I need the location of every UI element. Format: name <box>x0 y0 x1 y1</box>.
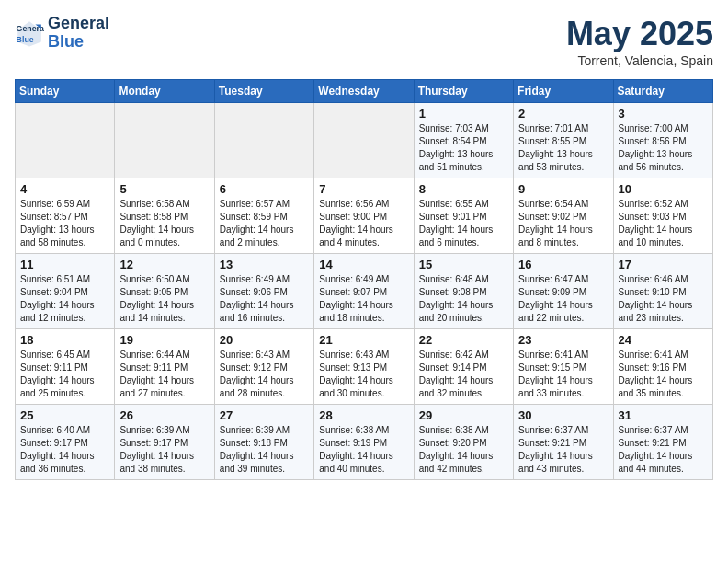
calendar-cell: 6Sunrise: 6:57 AMSunset: 8:59 PMDaylight… <box>214 178 313 254</box>
cell-sun-info: Sunrise: 6:42 AMSunset: 9:14 PMDaylight:… <box>419 349 508 400</box>
cell-sun-info: Sunrise: 6:38 AMSunset: 9:20 PMDaylight:… <box>419 424 508 476</box>
cell-sun-info: Sunrise: 6:55 AMSunset: 9:01 PMDaylight:… <box>419 198 508 249</box>
logo: General Blue General Blue <box>15 15 109 52</box>
cell-sun-info: Sunrise: 6:37 AMSunset: 9:21 PMDaylight:… <box>518 424 608 476</box>
day-number: 4 <box>20 182 109 196</box>
cell-sun-info: Sunrise: 6:51 AMSunset: 9:04 PMDaylight:… <box>20 273 109 325</box>
logo-icon: General Blue <box>15 18 44 48</box>
day-number: 27 <box>220 408 309 422</box>
day-number: 12 <box>119 258 209 271</box>
cell-sun-info: Sunrise: 6:37 AMSunset: 9:21 PMDaylight:… <box>619 424 708 476</box>
day-number: 19 <box>119 333 209 347</box>
cell-sun-info: Sunrise: 6:39 AMSunset: 9:18 PMDaylight:… <box>220 424 309 476</box>
calendar-cell: 20Sunrise: 6:43 AMSunset: 9:12 PMDayligh… <box>214 329 313 405</box>
day-number: 24 <box>619 333 708 347</box>
day-of-week-header: Monday <box>115 80 214 103</box>
cell-sun-info: Sunrise: 6:57 AMSunset: 8:59 PMDaylight:… <box>220 198 309 249</box>
day-of-week-header: Wednesday <box>314 80 414 103</box>
cell-sun-info: Sunrise: 6:45 AMSunset: 9:11 PMDaylight:… <box>20 349 109 400</box>
calendar-cell: 18Sunrise: 6:45 AMSunset: 9:11 PMDayligh… <box>16 329 115 405</box>
day-number: 14 <box>319 258 408 271</box>
calendar-cell: 23Sunrise: 6:41 AMSunset: 9:15 PMDayligh… <box>514 329 613 405</box>
cell-sun-info: Sunrise: 6:49 AMSunset: 9:06 PMDaylight:… <box>220 273 309 325</box>
calendar-cell: 13Sunrise: 6:49 AMSunset: 9:06 PMDayligh… <box>214 254 313 329</box>
day-of-week-header: Saturday <box>613 80 712 103</box>
calendar-cell: 30Sunrise: 6:37 AMSunset: 9:21 PMDayligh… <box>514 405 613 480</box>
day-number: 15 <box>419 258 508 271</box>
cell-sun-info: Sunrise: 6:43 AMSunset: 9:13 PMDaylight:… <box>319 349 408 400</box>
cell-sun-info: Sunrise: 6:58 AMSunset: 8:58 PMDaylight:… <box>119 198 209 249</box>
cell-sun-info: Sunrise: 6:54 AMSunset: 9:02 PMDaylight:… <box>518 198 608 249</box>
svg-text:Blue: Blue <box>17 34 34 43</box>
calendar-cell: 7Sunrise: 6:56 AMSunset: 9:00 PMDaylight… <box>314 178 414 254</box>
calendar-cell: 15Sunrise: 6:48 AMSunset: 9:08 PMDayligh… <box>414 254 513 329</box>
cell-sun-info: Sunrise: 7:01 AMSunset: 8:55 PMDaylight:… <box>518 122 608 174</box>
day-number: 29 <box>419 408 508 422</box>
cell-sun-info: Sunrise: 6:50 AMSunset: 9:05 PMDaylight:… <box>119 273 209 325</box>
calendar-cell: 26Sunrise: 6:39 AMSunset: 9:17 PMDayligh… <box>115 405 214 480</box>
cell-sun-info: Sunrise: 6:47 AMSunset: 9:09 PMDaylight:… <box>518 273 608 325</box>
day-number: 23 <box>518 333 608 347</box>
day-number: 31 <box>619 408 708 422</box>
location: Torrent, Valencia, Spain <box>566 53 713 68</box>
title-area: May 2025 Torrent, Valencia, Spain <box>566 15 713 68</box>
day-number: 7 <box>319 182 408 196</box>
calendar-cell <box>115 103 214 178</box>
day-number: 26 <box>119 408 209 422</box>
logo-text: General Blue <box>48 15 109 52</box>
calendar-cell: 14Sunrise: 6:49 AMSunset: 9:07 PMDayligh… <box>314 254 414 329</box>
calendar-cell <box>214 103 313 178</box>
day-number: 3 <box>619 107 708 121</box>
day-of-week-header: Friday <box>514 80 613 103</box>
day-number: 30 <box>518 408 608 422</box>
calendar-cell: 21Sunrise: 6:43 AMSunset: 9:13 PMDayligh… <box>314 329 414 405</box>
calendar-cell: 8Sunrise: 6:55 AMSunset: 9:01 PMDaylight… <box>414 178 513 254</box>
calendar-cell: 22Sunrise: 6:42 AMSunset: 9:14 PMDayligh… <box>414 329 513 405</box>
day-of-week-header: Sunday <box>16 80 115 103</box>
day-of-week-header: Tuesday <box>214 80 313 103</box>
calendar-cell: 24Sunrise: 6:41 AMSunset: 9:16 PMDayligh… <box>613 329 712 405</box>
cell-sun-info: Sunrise: 6:52 AMSunset: 9:03 PMDaylight:… <box>619 198 708 249</box>
day-number: 5 <box>119 182 209 196</box>
day-number: 20 <box>220 333 309 347</box>
cell-sun-info: Sunrise: 6:48 AMSunset: 9:08 PMDaylight:… <box>419 273 508 325</box>
cell-sun-info: Sunrise: 6:41 AMSunset: 9:16 PMDaylight:… <box>619 349 708 400</box>
calendar-cell: 10Sunrise: 6:52 AMSunset: 9:03 PMDayligh… <box>613 178 712 254</box>
day-number: 22 <box>419 333 508 347</box>
day-number: 25 <box>20 408 109 422</box>
cell-sun-info: Sunrise: 6:38 AMSunset: 9:19 PMDaylight:… <box>319 424 408 476</box>
calendar-cell <box>16 103 115 178</box>
day-of-week-header: Thursday <box>414 80 513 103</box>
calendar-cell: 5Sunrise: 6:58 AMSunset: 8:58 PMDaylight… <box>115 178 214 254</box>
cell-sun-info: Sunrise: 6:59 AMSunset: 8:57 PMDaylight:… <box>20 198 109 249</box>
cell-sun-info: Sunrise: 6:44 AMSunset: 9:11 PMDaylight:… <box>119 349 209 400</box>
calendar-cell: 16Sunrise: 6:47 AMSunset: 9:09 PMDayligh… <box>514 254 613 329</box>
day-number: 8 <box>419 182 508 196</box>
cell-sun-info: Sunrise: 6:43 AMSunset: 9:12 PMDaylight:… <box>220 349 309 400</box>
day-number: 16 <box>518 258 608 271</box>
month-year: May 2025 <box>566 15 713 53</box>
day-number: 10 <box>619 182 708 196</box>
day-number: 18 <box>20 333 109 347</box>
calendar-cell: 17Sunrise: 6:46 AMSunset: 9:10 PMDayligh… <box>613 254 712 329</box>
calendar-cell: 12Sunrise: 6:50 AMSunset: 9:05 PMDayligh… <box>115 254 214 329</box>
calendar-cell: 1Sunrise: 7:03 AMSunset: 8:54 PMDaylight… <box>414 103 513 178</box>
day-number: 9 <box>518 182 608 196</box>
calendar-cell: 29Sunrise: 6:38 AMSunset: 9:20 PMDayligh… <box>414 405 513 480</box>
calendar-cell: 28Sunrise: 6:38 AMSunset: 9:19 PMDayligh… <box>314 405 414 480</box>
cell-sun-info: Sunrise: 7:00 AMSunset: 8:56 PMDaylight:… <box>619 122 708 174</box>
day-number: 28 <box>319 408 408 422</box>
day-number: 17 <box>619 258 708 271</box>
day-number: 13 <box>220 258 309 271</box>
calendar-cell: 27Sunrise: 6:39 AMSunset: 9:18 PMDayligh… <box>214 405 313 480</box>
calendar-cell: 25Sunrise: 6:40 AMSunset: 9:17 PMDayligh… <box>16 405 115 480</box>
page-header: General Blue General Blue May 2025 Torre… <box>15 15 713 68</box>
calendar-cell: 2Sunrise: 7:01 AMSunset: 8:55 PMDaylight… <box>514 103 613 178</box>
calendar-cell: 19Sunrise: 6:44 AMSunset: 9:11 PMDayligh… <box>115 329 214 405</box>
cell-sun-info: Sunrise: 6:56 AMSunset: 9:00 PMDaylight:… <box>319 198 408 249</box>
day-number: 6 <box>220 182 309 196</box>
cell-sun-info: Sunrise: 7:03 AMSunset: 8:54 PMDaylight:… <box>419 122 508 174</box>
cell-sun-info: Sunrise: 6:39 AMSunset: 9:17 PMDaylight:… <box>119 424 209 476</box>
day-number: 2 <box>518 107 608 121</box>
calendar-cell: 3Sunrise: 7:00 AMSunset: 8:56 PMDaylight… <box>613 103 712 178</box>
